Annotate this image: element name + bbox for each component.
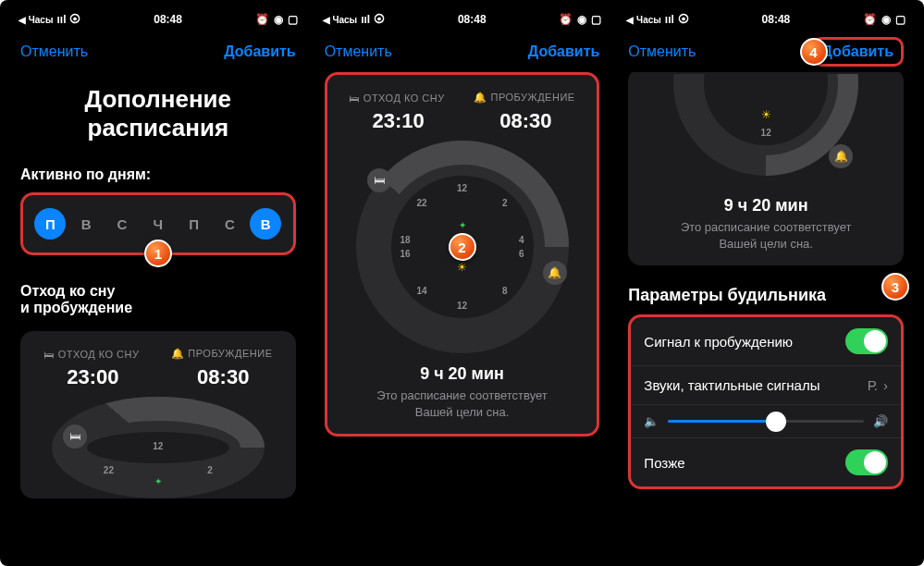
wake-signal-toggle[interactable] [845,328,888,354]
alarm-options-card: Сигнал к пробуждению Звуки, тактильные с… [628,314,904,489]
volume-high-icon: 🔊 [873,414,888,428]
phone-screen-3: ◀︎ Часыııl⦿ 08:48 ⏰◉▢ Отменить 4 Добавит… [615,7,917,559]
page-title: Дополнениерасписания [20,85,296,142]
sleep-dial-partial[interactable]: 12 22 2 ✦ 🛏 [52,397,265,498]
bell-icon: 🔔 [171,348,185,359]
volume-slider[interactable] [668,420,864,423]
chevron-right-icon: › [883,377,888,393]
sounds-row[interactable]: Звуки, тактильные сигналы Р.› [631,366,901,405]
status-time: 08:48 [458,13,487,26]
bed-icon: 🛏 [43,349,55,360]
sleep-dial-card: 🛏ОТХОД КО СНУ🔔ПРОБУЖДЕНИЕ 23:1008:30 12 … [325,72,600,437]
sleep-dial-small[interactable]: 12 ☀ 🔔 [673,74,858,185]
bedtime-value: 23:00 [67,365,118,389]
sleep-summary-card: 12 ☀ 🔔 9 ч 20 мин Это расписание соответ… [628,72,904,265]
bell-handle[interactable]: 🔔 [543,261,567,285]
status-time: 08:48 [154,13,182,26]
cancel-button[interactable]: Отменить [628,43,696,60]
volume-row: 🔈 🔊 [631,405,901,438]
phone-screen-2: ◀︎ Часыııl⦿ 08:48 ⏰◉▢ Отменить Добавить … [312,7,613,559]
back-to-clock[interactable]: ◀︎ Часы [323,15,357,25]
day-sat[interactable]: С [214,208,245,240]
duration-subtitle: Это расписание соответствуетВашей цели с… [635,219,896,252]
callout-1: 1 [144,240,172,267]
bell-handle[interactable]: 🔔 [829,144,853,168]
back-to-clock[interactable]: ◀︎ Часы [626,15,660,25]
status-bar: ◀︎ Часыııl⦿ 08:48 ⏰◉▢ [615,7,917,31]
day-mon[interactable]: П [34,208,66,240]
sleep-dial[interactable]: 12 2 4 6 8 12 14 16 18 22 ✦ ☀ 2 🛏 🔔 [356,141,569,353]
duration-subtitle: Это расписание соответствуетВашей цели с… [335,388,590,421]
alarm-options-header: Параметры будильника 3 [628,286,904,305]
sleep-duration: 9 ч 20 мин [635,196,896,215]
status-time: 08:48 [762,13,791,26]
bedtime-value: 23:10 [372,109,424,133]
star-icon: ✦ [154,476,162,486]
add-button[interactable]: Добавить [528,43,600,60]
bell-icon: 🔔 [474,92,487,103]
callout-2: 2 [449,233,476,261]
day-fri[interactable]: П [179,208,210,240]
star-icon: ✦ [459,220,466,230]
callout-3: 3 [881,273,909,301]
day-thu[interactable]: Ч [142,208,174,240]
nav-bar: Отменить Добавить [312,31,613,72]
status-bar: ◀︎ Часыııl⦿ 08:48 ⏰◉▢ [7,7,309,31]
volume-low-icon: 🔈 [644,414,659,428]
sun-icon: ☀ [761,108,771,121]
cancel-button[interactable]: Отменить [20,43,88,60]
waketime-value: 08:30 [499,109,551,133]
cancel-button[interactable]: Отменить [325,43,392,60]
sleep-duration: 9 ч 20 мин [335,364,590,384]
add-button[interactable]: Добавить [822,43,894,60]
day-selector: П В С Ч П С В 1 [20,192,296,255]
day-wed[interactable]: С [106,208,138,240]
back-to-clock[interactable]: ◀︎ Часы [18,15,53,25]
status-bar: ◀︎ Часыııl⦿ 08:48 ⏰◉▢ [312,7,613,31]
day-sun[interactable]: В [250,208,281,240]
add-button[interactable]: Добавить [224,43,296,60]
sun-icon: ☀ [457,261,467,274]
snooze-row: Позже [631,438,901,486]
bed-handle[interactable]: 🛏 [367,168,391,192]
wake-signal-row: Сигнал к пробуждению [631,317,901,366]
nav-bar: Отменить Добавить [7,31,309,72]
day-tue[interactable]: В [70,208,102,240]
active-days-label: Активно по дням: [20,166,296,183]
bedtime-section-label: Отход ко снуи пробуждение [20,283,296,316]
add-button-highlight: 4 Добавить [812,37,905,67]
sleep-card: 🛏ОТХОД КО СНУ🔔ПРОБУЖДЕНИЕ 23:0008:30 12 … [20,331,296,498]
bed-icon: 🛏 [349,92,360,104]
phone-screen-1: ◀︎ Часыııl⦿ 08:48 ⏰◉▢ Отменить Добавить … [7,7,309,559]
waketime-value: 08:30 [197,365,249,389]
snooze-toggle[interactable] [845,449,888,475]
nav-bar: Отменить 4 Добавить [615,31,917,72]
callout-4: 4 [800,38,828,66]
